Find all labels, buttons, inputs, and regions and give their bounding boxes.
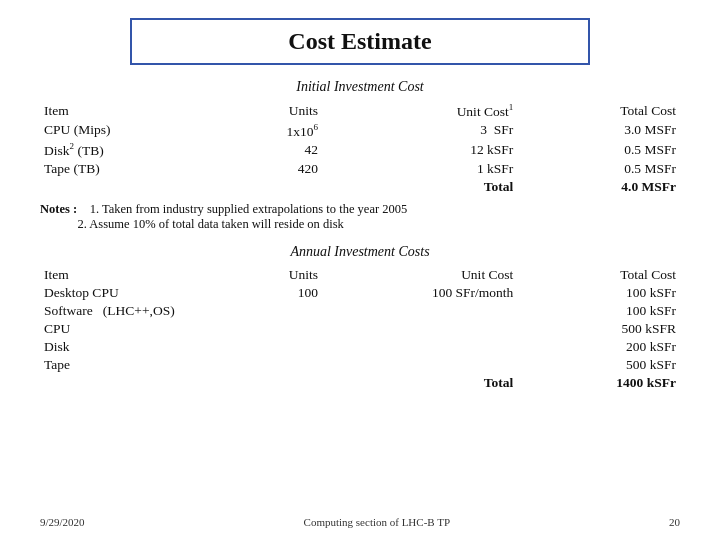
annual-row2-totalcost: 100 kSFr (517, 302, 680, 320)
annual-row3-item: CPU (40, 320, 214, 338)
initial-row2-unitcost: 12 kSFr (322, 140, 517, 160)
table-row: CPU (Mips) 1x106 3 SFr 3.0 MSFr (40, 121, 680, 141)
annual-row3-units (214, 320, 322, 338)
annual-row1-item: Desktop CPU (40, 284, 214, 302)
annual-section-header: Annual Investment Costs (40, 244, 680, 260)
annual-row2-units (214, 302, 322, 320)
annual-row1-totalcost: 100 kSFr (517, 284, 680, 302)
initial-row1-item: CPU (Mips) (40, 121, 214, 141)
annual-row5-units (214, 356, 322, 374)
notes-line1: 1. Taken from industry supplied extrapol… (80, 202, 407, 216)
annual-row2-item: Software (LHC++,OS) (40, 302, 214, 320)
annual-section: Annual Investment Costs Item Units Unit … (40, 244, 680, 392)
footer-page: 20 (669, 516, 680, 528)
annual-row4-unitcost (322, 338, 517, 356)
footer-center: Computing section of LHC-B TP (304, 516, 450, 528)
annual-total-label: Total (322, 374, 517, 392)
annual-total-spacer (40, 374, 322, 392)
annual-col-item: Item (40, 266, 214, 284)
notes-section: Notes : 1. Taken from industry supplied … (40, 202, 680, 232)
table-row: Tape 500 kSFr (40, 356, 680, 374)
initial-row2-item: Disk2 (TB) (40, 140, 214, 160)
initial-section-header: Initial Investment Cost (40, 79, 680, 95)
annual-row5-item: Tape (40, 356, 214, 374)
annual-row3-unitcost (322, 320, 517, 338)
annual-row1-units: 100 (214, 284, 322, 302)
initial-row1-units: 1x106 (214, 121, 322, 141)
annual-row4-totalcost: 200 kSFr (517, 338, 680, 356)
initial-col-totalcost: Total Cost (517, 101, 680, 121)
annual-row4-units (214, 338, 322, 356)
table-row: Tape (TB) 420 1 kSFr 0.5 MSFr (40, 160, 680, 178)
initial-total-value: 4.0 MSFr (517, 178, 680, 196)
annual-row4-item: Disk (40, 338, 214, 356)
initial-total-spacer (40, 178, 322, 196)
initial-row3-item: Tape (TB) (40, 160, 214, 178)
annual-row1-unitcost: 100 SFr/month (322, 284, 517, 302)
table-row: Software (LHC++,OS) 100 kSFr (40, 302, 680, 320)
annual-col-units: Units (214, 266, 322, 284)
initial-col-item: Item (40, 101, 214, 121)
initial-row3-unitcost: 1 kSFr (322, 160, 517, 178)
notes-indent: 2. Assume 10% of total data taken will r… (40, 217, 344, 231)
initial-row3-totalcost: 0.5 MSFr (517, 160, 680, 178)
table-row: Disk2 (TB) 42 12 kSFr 0.5 MSFr (40, 140, 680, 160)
annual-row5-totalcost: 500 kSFr (517, 356, 680, 374)
footer-date: 9/29/2020 (40, 516, 85, 528)
annual-col-totalcost: Total Cost (517, 266, 680, 284)
annual-row5-unitcost (322, 356, 517, 374)
initial-row3-units: 420 (214, 160, 322, 178)
annual-table: Item Units Unit Cost Total Cost Desktop … (40, 266, 680, 392)
table-row: Disk 200 kSFr (40, 338, 680, 356)
annual-total-value: 1400 kSFr (517, 374, 680, 392)
initial-total-row: Total 4.0 MSFr (40, 178, 680, 196)
title-box: Cost Estimate (130, 18, 590, 65)
table-row: CPU 500 kSFR (40, 320, 680, 338)
annual-col-unitcost: Unit Cost (322, 266, 517, 284)
initial-row1-totalcost: 3.0 MSFr (517, 121, 680, 141)
initial-total-label: Total (322, 178, 517, 196)
annual-total-row: Total 1400 kSFr (40, 374, 680, 392)
initial-col-units: Units (214, 101, 322, 121)
initial-section: Initial Investment Cost Item Units Unit … (40, 79, 680, 196)
initial-row2-units: 42 (214, 140, 322, 160)
footer: 9/29/2020 Computing section of LHC-B TP … (40, 516, 680, 528)
table-row: Desktop CPU 100 100 SFr/month 100 kSFr (40, 284, 680, 302)
page-title: Cost Estimate (288, 28, 431, 54)
annual-row3-totalcost: 500 kSFR (517, 320, 680, 338)
annual-row2-unitcost (322, 302, 517, 320)
initial-row1-unitcost: 3 SFr (322, 121, 517, 141)
initial-table: Item Units Unit Cost1 Total Cost CPU (Mi… (40, 101, 680, 196)
initial-col-unitcost: Unit Cost1 (322, 101, 517, 121)
notes-label: Notes : (40, 202, 77, 216)
initial-row2-totalcost: 0.5 MSFr (517, 140, 680, 160)
